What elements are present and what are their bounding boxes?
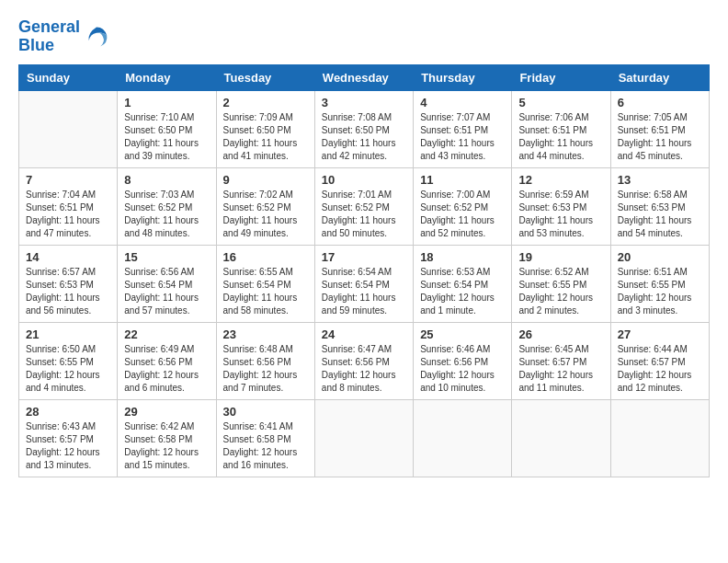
weekday-header-wednesday: Wednesday xyxy=(314,64,413,90)
day-number: 22 xyxy=(124,327,209,341)
day-cell-7: 7Sunrise: 7:04 AMSunset: 6:51 PMDaylight… xyxy=(19,167,118,245)
day-number: 8 xyxy=(124,173,209,187)
day-info: Sunrise: 7:08 AMSunset: 6:50 PMDaylight:… xyxy=(322,111,406,163)
day-cell-30: 30Sunrise: 6:41 AMSunset: 6:58 PMDayligh… xyxy=(216,399,314,477)
day-number: 2 xyxy=(223,96,308,109)
day-number: 24 xyxy=(322,327,406,341)
day-number: 23 xyxy=(223,327,308,341)
day-number: 7 xyxy=(26,173,110,187)
day-number: 19 xyxy=(518,250,603,264)
day-info: Sunrise: 6:58 AMSunset: 6:53 PMDaylight:… xyxy=(618,189,702,240)
day-number: 6 xyxy=(618,96,702,109)
day-number: 14 xyxy=(26,250,110,264)
day-cell-22: 22Sunrise: 6:49 AMSunset: 6:56 PMDayligh… xyxy=(118,322,216,399)
day-info: Sunrise: 6:48 AMSunset: 6:56 PMDaylight:… xyxy=(223,343,308,395)
weekday-header-friday: Friday xyxy=(512,64,610,90)
day-cell-8: 8Sunrise: 7:03 AMSunset: 6:52 PMDaylight… xyxy=(118,167,216,245)
weekday-header-sunday: Sunday xyxy=(19,64,118,90)
day-info: Sunrise: 7:02 AMSunset: 6:52 PMDaylight:… xyxy=(223,189,308,240)
empty-cell xyxy=(414,399,512,477)
day-info: Sunrise: 6:45 AMSunset: 6:57 PMDaylight:… xyxy=(518,343,603,395)
day-cell-9: 9Sunrise: 7:02 AMSunset: 6:52 PMDaylight… xyxy=(216,167,314,245)
day-info: Sunrise: 6:43 AMSunset: 6:57 PMDaylight:… xyxy=(26,420,110,472)
day-info: Sunrise: 6:56 AMSunset: 6:54 PMDaylight:… xyxy=(124,266,209,317)
day-cell-1: 1Sunrise: 7:10 AMSunset: 6:50 PMDaylight… xyxy=(118,90,216,167)
day-info: Sunrise: 6:57 AMSunset: 6:53 PMDaylight:… xyxy=(26,266,110,317)
day-cell-19: 19Sunrise: 6:52 AMSunset: 6:55 PMDayligh… xyxy=(512,245,610,322)
day-number: 25 xyxy=(420,327,505,341)
day-info: Sunrise: 7:05 AMSunset: 6:51 PMDaylight:… xyxy=(618,111,702,163)
day-info: Sunrise: 6:53 AMSunset: 6:54 PMDaylight:… xyxy=(420,266,505,317)
day-number: 4 xyxy=(420,96,505,109)
day-cell-18: 18Sunrise: 6:53 AMSunset: 6:54 PMDayligh… xyxy=(414,245,512,322)
empty-cell xyxy=(19,90,118,167)
general-blue-logo-icon xyxy=(84,24,109,50)
weekday-header-tuesday: Tuesday xyxy=(216,64,314,90)
day-cell-10: 10Sunrise: 7:01 AMSunset: 6:52 PMDayligh… xyxy=(314,167,413,245)
day-number: 28 xyxy=(26,405,110,419)
day-cell-17: 17Sunrise: 6:54 AMSunset: 6:54 PMDayligh… xyxy=(314,245,413,322)
weekday-header-monday: Monday xyxy=(118,64,216,90)
day-info: Sunrise: 6:50 AMSunset: 6:55 PMDaylight:… xyxy=(26,343,110,395)
day-info: Sunrise: 7:03 AMSunset: 6:52 PMDaylight:… xyxy=(124,189,209,240)
weekday-header-saturday: Saturday xyxy=(610,64,709,90)
day-info: Sunrise: 6:41 AMSunset: 6:58 PMDaylight:… xyxy=(223,420,308,472)
day-cell-3: 3Sunrise: 7:08 AMSunset: 6:50 PMDaylight… xyxy=(314,90,413,167)
day-cell-6: 6Sunrise: 7:05 AMSunset: 6:51 PMDaylight… xyxy=(610,90,709,167)
day-number: 26 xyxy=(518,327,603,341)
day-info: Sunrise: 6:52 AMSunset: 6:55 PMDaylight:… xyxy=(518,266,603,317)
day-number: 17 xyxy=(322,250,406,264)
day-info: Sunrise: 6:46 AMSunset: 6:56 PMDaylight:… xyxy=(420,343,505,395)
day-cell-14: 14Sunrise: 6:57 AMSunset: 6:53 PMDayligh… xyxy=(19,245,118,322)
day-number: 29 xyxy=(124,405,209,419)
day-info: Sunrise: 6:49 AMSunset: 6:56 PMDaylight:… xyxy=(124,343,209,395)
day-number: 3 xyxy=(322,96,406,109)
day-number: 30 xyxy=(223,405,308,419)
day-cell-20: 20Sunrise: 6:51 AMSunset: 6:55 PMDayligh… xyxy=(610,245,709,322)
day-number: 11 xyxy=(420,173,505,187)
day-cell-2: 2Sunrise: 7:09 AMSunset: 6:50 PMDaylight… xyxy=(216,90,314,167)
day-info: Sunrise: 7:06 AMSunset: 6:51 PMDaylight:… xyxy=(518,111,603,163)
day-info: Sunrise: 6:47 AMSunset: 6:56 PMDaylight:… xyxy=(322,343,406,395)
day-cell-21: 21Sunrise: 6:50 AMSunset: 6:55 PMDayligh… xyxy=(19,322,118,399)
day-number: 12 xyxy=(518,173,603,187)
day-cell-12: 12Sunrise: 6:59 AMSunset: 6:53 PMDayligh… xyxy=(512,167,610,245)
day-cell-4: 4Sunrise: 7:07 AMSunset: 6:51 PMDaylight… xyxy=(414,90,512,167)
day-number: 13 xyxy=(618,173,702,187)
day-cell-16: 16Sunrise: 6:55 AMSunset: 6:54 PMDayligh… xyxy=(216,245,314,322)
day-cell-29: 29Sunrise: 6:42 AMSunset: 6:58 PMDayligh… xyxy=(118,399,216,477)
day-info: Sunrise: 6:55 AMSunset: 6:54 PMDaylight:… xyxy=(223,266,308,317)
day-info: Sunrise: 6:54 AMSunset: 6:54 PMDaylight:… xyxy=(322,266,406,317)
calendar-table: SundayMondayTuesdayWednesdayThursdayFrid… xyxy=(18,64,710,477)
day-info: Sunrise: 6:44 AMSunset: 6:57 PMDaylight:… xyxy=(618,343,702,395)
day-info: Sunrise: 7:07 AMSunset: 6:51 PMDaylight:… xyxy=(420,111,505,163)
day-cell-24: 24Sunrise: 6:47 AMSunset: 6:56 PMDayligh… xyxy=(314,322,413,399)
day-info: Sunrise: 7:01 AMSunset: 6:52 PMDaylight:… xyxy=(322,189,406,240)
empty-cell xyxy=(314,399,413,477)
day-info: Sunrise: 7:09 AMSunset: 6:50 PMDaylight:… xyxy=(223,111,308,163)
day-info: Sunrise: 7:00 AMSunset: 6:52 PMDaylight:… xyxy=(420,189,505,240)
day-info: Sunrise: 6:42 AMSunset: 6:58 PMDaylight:… xyxy=(124,420,209,472)
day-cell-25: 25Sunrise: 6:46 AMSunset: 6:56 PMDayligh… xyxy=(414,322,512,399)
empty-cell xyxy=(512,399,610,477)
day-number: 15 xyxy=(124,250,209,264)
day-info: Sunrise: 6:59 AMSunset: 6:53 PMDaylight:… xyxy=(518,189,603,240)
day-number: 27 xyxy=(618,327,702,341)
day-number: 5 xyxy=(518,96,603,109)
day-cell-26: 26Sunrise: 6:45 AMSunset: 6:57 PMDayligh… xyxy=(512,322,610,399)
day-cell-15: 15Sunrise: 6:56 AMSunset: 6:54 PMDayligh… xyxy=(118,245,216,322)
day-info: Sunrise: 6:51 AMSunset: 6:55 PMDaylight:… xyxy=(618,266,702,317)
day-info: Sunrise: 7:10 AMSunset: 6:50 PMDaylight:… xyxy=(124,111,209,163)
day-number: 16 xyxy=(223,250,308,264)
day-info: Sunrise: 7:04 AMSunset: 6:51 PMDaylight:… xyxy=(26,189,110,240)
day-cell-23: 23Sunrise: 6:48 AMSunset: 6:56 PMDayligh… xyxy=(216,322,314,399)
day-cell-27: 27Sunrise: 6:44 AMSunset: 6:57 PMDayligh… xyxy=(610,322,709,399)
day-number: 21 xyxy=(26,327,110,341)
day-number: 10 xyxy=(322,173,406,187)
day-number: 20 xyxy=(618,250,702,264)
day-number: 18 xyxy=(420,250,505,264)
day-cell-13: 13Sunrise: 6:58 AMSunset: 6:53 PMDayligh… xyxy=(610,167,709,245)
weekday-header-thursday: Thursday xyxy=(414,64,512,90)
day-cell-5: 5Sunrise: 7:06 AMSunset: 6:51 PMDaylight… xyxy=(512,90,610,167)
day-number: 1 xyxy=(124,96,209,109)
